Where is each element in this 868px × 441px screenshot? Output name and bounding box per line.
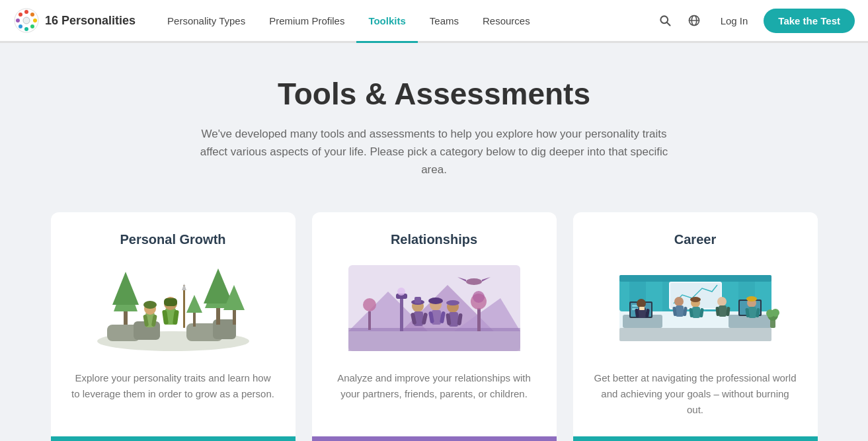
svg-point-3 (33, 19, 37, 22)
login-button[interactable]: Log In (713, 10, 756, 32)
nav-premium-profiles[interactable]: Premium Profiles (257, 0, 356, 43)
card-personal-growth: Personal Growth (51, 212, 296, 441)
svg-marker-41 (186, 295, 202, 313)
svg-point-105 (690, 297, 701, 302)
svg-point-7 (16, 19, 20, 22)
card-relationships-title: Relationships (391, 232, 477, 247)
svg-point-92 (637, 299, 646, 308)
search-button[interactable] (654, 10, 676, 31)
logo[interactable]: 16 Personalities (13, 7, 136, 34)
page-subtitle: We've developed many tools and assessmen… (196, 125, 672, 179)
card-relationships: Relationships (312, 212, 557, 441)
svg-rect-39 (164, 298, 177, 306)
card-relationships-desc: Analyze and improve your relationships w… (332, 370, 537, 418)
svg-rect-81 (619, 328, 771, 341)
svg-rect-96 (639, 307, 645, 310)
relationships-illustration (348, 265, 520, 351)
svg-rect-66 (477, 308, 481, 331)
svg-point-5 (24, 27, 28, 31)
svg-point-118 (771, 309, 779, 317)
card-career: Career (573, 212, 818, 441)
globe-icon (688, 14, 701, 27)
svg-point-6 (19, 24, 22, 28)
svg-rect-111 (748, 307, 756, 318)
svg-point-106 (717, 297, 727, 306)
svg-rect-37 (183, 285, 185, 328)
svg-marker-25 (204, 268, 233, 303)
logo-icon (13, 7, 40, 34)
card-career-title: Career (674, 232, 716, 247)
svg-point-60 (428, 298, 443, 304)
nav-resources[interactable]: Resources (471, 0, 542, 43)
career-illustration (610, 265, 781, 351)
nav-toolkits[interactable]: Toolkits (356, 0, 417, 43)
career-view-tools-button[interactable]: View Tools → (573, 436, 818, 441)
svg-point-32 (143, 301, 157, 309)
card-personal-growth-image (71, 262, 276, 354)
svg-point-1 (24, 10, 28, 14)
svg-point-114 (746, 296, 757, 301)
nav-right-actions: Log In Take the Test (654, 9, 855, 33)
svg-point-9 (23, 17, 30, 24)
personal-growth-illustration (87, 265, 259, 351)
svg-rect-46 (348, 328, 520, 351)
svg-rect-107 (719, 305, 727, 317)
svg-marker-22 (112, 272, 139, 305)
nav-teams[interactable]: Teams (418, 0, 471, 43)
search-icon (658, 14, 672, 27)
main-content: Tools & Assessments We've developed many… (0, 43, 868, 441)
svg-rect-102 (692, 307, 700, 318)
personal-growth-view-tools-button[interactable]: View Tools → (51, 436, 296, 441)
nav-personality-types[interactable]: Personality Types (155, 0, 257, 43)
svg-rect-69 (368, 311, 371, 330)
svg-point-65 (446, 300, 459, 305)
svg-point-2 (30, 13, 34, 17)
svg-rect-98 (676, 305, 684, 317)
svg-point-71 (466, 278, 482, 285)
card-career-desc: Get better at navigating the professiona… (593, 370, 798, 418)
page-title: Tools & Assessments (40, 76, 828, 112)
logo-text: 16 Personalities (45, 14, 136, 28)
svg-point-4 (30, 24, 34, 28)
relationships-view-tools-button[interactable]: View Tools → (312, 436, 557, 441)
svg-point-68 (473, 291, 485, 303)
svg-line-11 (667, 22, 670, 26)
svg-rect-47 (400, 295, 403, 331)
svg-point-70 (363, 298, 376, 311)
take-test-button[interactable]: Take the Test (764, 9, 855, 33)
nav-links: Personality Types Premium Profiles Toolk… (155, 0, 654, 41)
svg-point-8 (19, 13, 22, 17)
globe-button[interactable] (684, 10, 705, 31)
svg-marker-38 (182, 284, 186, 290)
card-personal-growth-title: Personal Growth (120, 232, 225, 247)
cards-row: Personal Growth (40, 212, 828, 441)
svg-point-97 (674, 297, 684, 306)
card-career-image (593, 262, 798, 354)
card-personal-growth-desc: Explore your personality traits and lear… (71, 370, 276, 418)
svg-rect-55 (414, 297, 421, 303)
card-relationships-image (332, 262, 537, 354)
navbar: 16 Personalities Personality Types Premi… (0, 0, 868, 43)
svg-point-49 (397, 288, 405, 296)
